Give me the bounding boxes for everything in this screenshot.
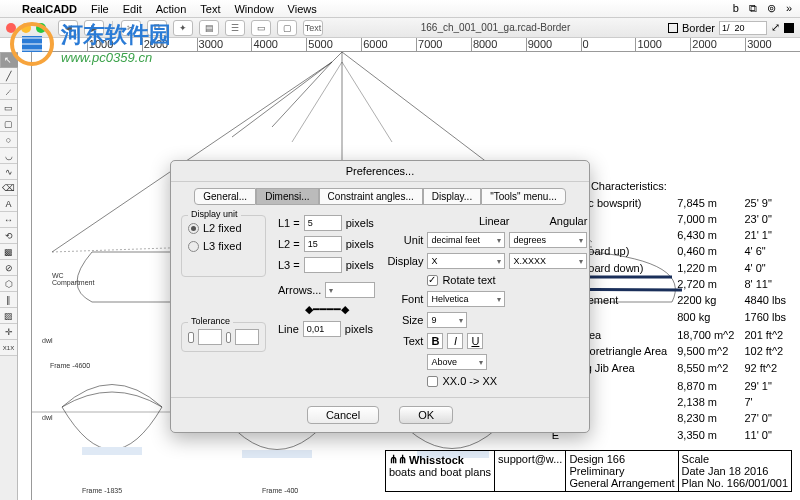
menu-window[interactable]: Window <box>234 3 273 15</box>
b-icon[interactable]: b <box>733 2 739 15</box>
font-select[interactable]: Helvetica <box>427 291 505 307</box>
l2-input[interactable] <box>304 236 342 252</box>
tool-dim[interactable]: ↔ <box>0 212 17 228</box>
tool-eraser[interactable]: ⌫ <box>0 180 17 196</box>
tool-rotate[interactable]: ⟲ <box>0 228 17 244</box>
label-dwl2: dwl <box>42 414 53 421</box>
display-linear-select[interactable]: X <box>427 253 505 269</box>
tolerance-chk1[interactable] <box>188 332 194 343</box>
menu-text[interactable]: Text <box>200 3 220 15</box>
menu-action[interactable]: Action <box>156 3 187 15</box>
zoom-window-icon[interactable] <box>36 23 46 33</box>
unit-angular-select[interactable]: degrees <box>509 232 587 248</box>
tool-arc[interactable]: ◡ <box>0 148 17 164</box>
l3-input[interactable] <box>304 257 342 273</box>
minimize-window-icon[interactable] <box>21 23 31 33</box>
tool-parallel[interactable]: ∥ <box>0 292 17 308</box>
window-titlebar: ◀ ▶ ✂ ⧉ ✦ ▤ ☰ ▭ ▢ Text 166_ch_001_001_ga… <box>0 18 800 38</box>
dropbox-icon[interactable]: ⧉ <box>749 2 757 15</box>
layer-name[interactable]: Border <box>682 22 715 34</box>
app-name[interactable]: RealCADD <box>22 3 77 15</box>
traffic-lights <box>6 23 46 33</box>
tool-crosshair[interactable]: ✛ <box>0 324 17 340</box>
wifi-icon[interactable]: ⊚ <box>767 2 776 15</box>
whisstock-logo-icon: ⋔⋔ <box>389 453 407 466</box>
tool-fill[interactable]: ▩ <box>0 244 17 260</box>
cancel-button[interactable]: Cancel <box>307 406 379 424</box>
toolbar-btn-6[interactable]: ▭ <box>251 20 271 36</box>
unit-linear-select[interactable]: decimal feet <box>427 232 505 248</box>
tab-display[interactable]: Display... <box>423 188 481 205</box>
tool-hatch[interactable]: ▨ <box>0 308 17 324</box>
toolbar-text-button[interactable]: Text <box>303 20 323 36</box>
label-frame-1835: Frame -1835 <box>82 487 122 494</box>
tool-spline[interactable]: ∿ <box>0 164 17 180</box>
menu-file[interactable]: File <box>91 3 109 15</box>
tool-trim[interactable]: ⊘ <box>0 260 17 276</box>
svg-rect-7 <box>82 447 142 455</box>
tool-text[interactable]: A <box>0 196 17 212</box>
ruler-vertical <box>18 52 32 500</box>
label-frame-400: Frame -400 <box>262 487 298 494</box>
close-window-icon[interactable] <box>6 23 16 33</box>
tool-hexagon[interactable]: ⬡ <box>0 276 17 292</box>
menubar: RealCADD File Edit Action Text Window Vi… <box>0 0 800 18</box>
display-angular-select[interactable]: X.XXXX <box>509 253 587 269</box>
tab-constraint[interactable]: Constraint angles... <box>319 188 423 205</box>
radio-l3[interactable] <box>188 241 199 252</box>
bold-button[interactable]: B <box>427 333 443 349</box>
fill-swatch[interactable] <box>668 23 678 33</box>
arrows-select[interactable] <box>325 282 375 298</box>
menubar-right: b ⧉ ⊚ » <box>733 2 792 15</box>
toolbar-copy-icon[interactable]: ⧉ <box>147 20 167 36</box>
tool-x1x[interactable]: X1X <box>0 340 17 356</box>
dialog-tabs: General... Dimensi... Constraint angles.… <box>171 182 589 211</box>
ok-button[interactable]: OK <box>399 406 453 424</box>
xx-chk[interactable] <box>427 376 438 387</box>
line-input[interactable] <box>303 321 341 337</box>
toolbar-btn-5[interactable]: ☰ <box>225 20 245 36</box>
scale-input[interactable] <box>719 21 767 35</box>
preferences-dialog: Preferences... General... Dimensi... Con… <box>170 160 590 433</box>
menu-views[interactable]: Views <box>288 3 317 15</box>
tol-input2[interactable] <box>235 329 259 345</box>
title-block: ⋔⋔ Whisstock boats and boat plans suppor… <box>385 450 792 492</box>
radio-l2[interactable] <box>188 223 199 234</box>
toolbar-btn-7[interactable]: ▢ <box>277 20 297 36</box>
document-title: 166_ch_001_001_ga.rcad-Border <box>329 22 662 33</box>
tab-dimensions[interactable]: Dimensi... <box>256 188 318 205</box>
tool-line[interactable]: ╱ <box>0 68 17 84</box>
tab-tools[interactable]: "Tools" menu... <box>481 188 566 205</box>
nav-back-button[interactable]: ◀ <box>58 20 78 36</box>
menu-edit[interactable]: Edit <box>123 3 142 15</box>
expand-icon[interactable]: ⤢ <box>771 21 780 34</box>
label-dwl: dwl <box>42 337 53 344</box>
svg-rect-8 <box>242 450 312 458</box>
tool-polyline[interactable]: ⟋ <box>0 84 17 100</box>
tolerance-chk2[interactable] <box>226 332 232 343</box>
menu-extras-icon[interactable]: » <box>786 2 792 15</box>
toolbar-snap-icon[interactable]: ✦ <box>173 20 193 36</box>
line-swatch[interactable] <box>784 23 794 33</box>
label-frame-4600: Frame -4600 <box>50 362 90 369</box>
l1-input[interactable] <box>304 215 342 231</box>
tool-rect[interactable]: ▭ <box>0 100 17 116</box>
tol-input1[interactable] <box>198 329 222 345</box>
nav-fwd-button[interactable]: ▶ <box>84 20 104 36</box>
toolbar-layers-icon[interactable]: ▤ <box>199 20 219 36</box>
size-select[interactable]: 9 <box>427 312 467 328</box>
toolbar-cut-icon[interactable]: ✂ <box>121 20 141 36</box>
tool-palette: ↖ ╱ ⟋ ▭ ▢ ○ ◡ ∿ ⌫ A ↔ ⟲ ▩ ⊘ ⬡ ∥ ▨ ✛ X1X <box>0 52 18 500</box>
label-wc: WC Compartment <box>52 272 94 286</box>
dialog-title: Preferences... <box>171 161 589 182</box>
italic-button[interactable]: I <box>447 333 463 349</box>
tool-circle[interactable]: ○ <box>0 132 17 148</box>
ruler-horizontal: 0100020003000400050006000700080009000010… <box>32 38 800 52</box>
underline-button[interactable]: U <box>467 333 483 349</box>
position-select[interactable]: Above <box>427 354 487 370</box>
rotate-text-chk[interactable] <box>427 275 438 286</box>
tool-rrect[interactable]: ▢ <box>0 116 17 132</box>
tab-general[interactable]: General... <box>194 188 256 205</box>
